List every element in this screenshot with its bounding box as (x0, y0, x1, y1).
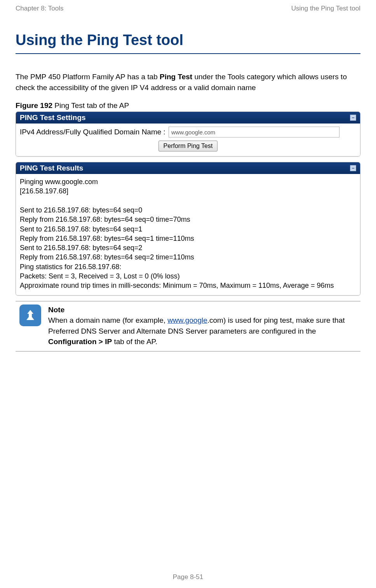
ping-settings-panel: PING Test Settings − IPv4 Address/Fully … (16, 111, 360, 157)
figure-label-bold: Figure 192 (16, 101, 52, 110)
page-number: Page 8-51 (0, 573, 376, 581)
note-title: Note (48, 304, 360, 315)
ping-settings-header: PING Test Settings − (16, 112, 360, 124)
page-title: Using the Ping Test tool (16, 32, 360, 54)
note-part1: When a domain name (for example, (48, 316, 167, 324)
ping-settings-title: PING Test Settings (20, 113, 86, 122)
note-link[interactable]: www.google (167, 316, 207, 324)
intro-bold-1: Ping Test (160, 73, 192, 81)
address-row: IPv4 Address/Fully Qualified Domain Name… (20, 127, 356, 137)
header-left: Chapter 8: Tools (16, 5, 63, 12)
collapse-icon[interactable]: − (350, 165, 356, 171)
perform-ping-button[interactable]: Perform Ping Test (158, 141, 218, 151)
ping-settings-body: IPv4 Address/Fully Qualified Domain Name… (16, 124, 360, 156)
note-icon (19, 304, 41, 326)
pin-icon (23, 308, 37, 322)
figure-label-rest: Ping Test tab of the AP (52, 101, 129, 110)
collapse-icon[interactable]: − (350, 115, 356, 121)
intro-text-1: The PMP 450 Platform Family AP has a tab (16, 73, 160, 81)
page-header: Chapter 8: Tools Using the Ping Test too… (16, 5, 360, 12)
ping-results-panel: PING Test Results − Pinging www.google.c… (16, 162, 360, 296)
ping-results-title: PING Test Results (20, 164, 83, 172)
note-box: Note When a domain name (for example, ww… (16, 301, 360, 351)
ping-results-body: Pinging www.google.com [216.58.197.68] S… (16, 174, 360, 295)
header-right: Using the Ping Test tool (291, 5, 360, 12)
intro-paragraph: The PMP 450 Platform Family AP has a tab… (16, 71, 360, 93)
note-bold: Configuration > IP (48, 337, 112, 346)
address-input[interactable] (169, 127, 339, 137)
figure-caption: Figure 192 Ping Test tab of the AP (16, 101, 360, 110)
note-part3: tab of the AP. (112, 337, 157, 346)
address-label: IPv4 Address/Fully Qualified Domain Name… (20, 128, 165, 136)
note-text: Note When a domain name (for example, ww… (48, 304, 360, 347)
ping-results-header: PING Test Results − (16, 162, 360, 174)
